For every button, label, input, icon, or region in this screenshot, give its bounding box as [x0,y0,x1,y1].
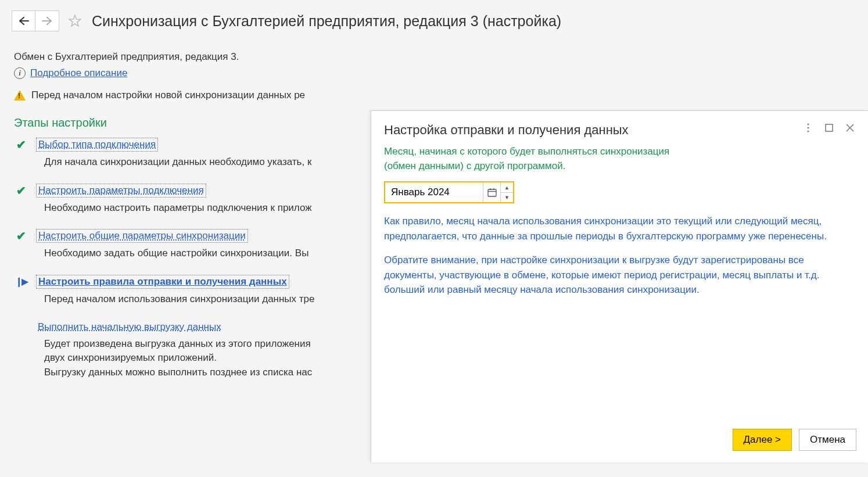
warning-icon [14,90,26,101]
back-button[interactable] [12,11,35,31]
svg-rect-3 [826,124,833,131]
dialog-hint-line: (обмен данными) с другой программой. [384,160,565,171]
page-title: Синхронизация с Бухгалтерией предприятия… [92,13,561,30]
forward-button[interactable] [35,11,59,31]
svg-point-1 [807,127,809,128]
favorite-star-icon[interactable] [67,13,83,28]
dialog-maximize-icon[interactable] [824,123,834,133]
check-icon: ✔ [16,184,26,198]
warning-text: Перед началом настройки новой синхрониза… [31,89,305,101]
svg-point-2 [807,130,809,132]
spin-down-icon[interactable]: ▼ [501,193,513,203]
start-month-field: ▲ ▼ [384,181,514,203]
settings-dialog: Настройка отправки и получения данных Ме… [371,110,868,462]
step-link-initial-upload[interactable]: Выполнить начальную выгрузку данных [36,321,223,333]
spin-up-icon[interactable]: ▲ [501,182,513,193]
cancel-button[interactable]: Отмена [799,429,856,451]
info-icon: i [14,67,26,79]
dialog-title: Настройка отправки и получения данных [384,123,629,138]
step-link-connection-type[interactable]: Выбор типа подключения [36,138,158,152]
step-link-send-receive-rules[interactable]: Настроить правила отправки и получения д… [36,275,289,289]
current-step-icon: ❙▶ [15,276,27,287]
step-link-connection-params[interactable]: Настроить параметры подключения [36,184,206,198]
dialog-menu-icon[interactable] [803,123,813,133]
calendar-icon[interactable] [483,182,500,202]
dialog-close-icon[interactable] [845,123,855,133]
dialog-hint: Месяц, начиная с которого будет выполнят… [384,145,855,173]
check-icon: ✔ [16,229,26,243]
step-link-general-params[interactable]: Настроить общие параметры синхронизации [36,229,248,243]
page-subtitle: Обмен с Бухгалтерией предприятия, редакц… [14,51,854,63]
svg-rect-4 [488,189,496,196]
nav-buttons [12,10,59,31]
dialog-paragraph: Как правило, месяц начала использования … [384,214,855,243]
details-link[interactable]: Подробное описание [30,67,127,79]
start-month-input[interactable] [385,182,483,202]
check-icon: ✔ [16,138,26,152]
dialog-hint-line: Месяц, начиная с которого будет выполнят… [384,146,669,157]
next-button[interactable]: Далее > [733,429,792,451]
dialog-paragraph: Обратите внимание, при настройке синхрон… [384,253,855,297]
svg-point-0 [807,123,809,125]
